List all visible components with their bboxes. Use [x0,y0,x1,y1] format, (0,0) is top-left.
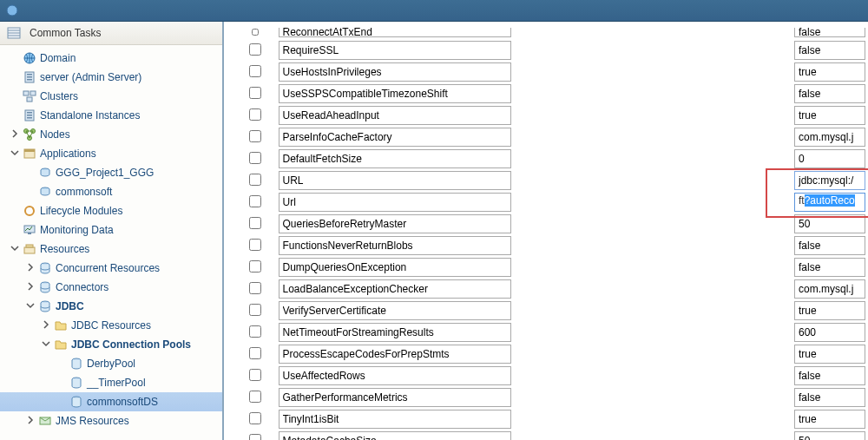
nav-item[interactable]: Nodes [0,125,222,144]
tree-toggle-icon[interactable] [10,244,21,254]
nav-item-label: Applications [40,148,96,160]
tree-toggle-icon[interactable] [10,148,21,159]
property-select-checkbox[interactable] [249,108,261,121]
property-select-checkbox[interactable] [249,304,261,316]
property-value-input[interactable] [794,431,865,440]
nav-item[interactable]: JDBC Resources [0,316,222,335]
property-select-checkbox[interactable] [249,130,261,142]
property-select-checkbox[interactable] [249,434,261,441]
property-value-input[interactable] [794,128,865,147]
property-value-input[interactable] [794,84,865,103]
property-value-input[interactable] [794,106,865,125]
nav-item[interactable]: Applications [0,144,222,163]
nav-item[interactable]: JDBC [0,297,222,316]
property-name-input[interactable] [279,128,511,147]
tree-toggle-icon[interactable] [42,339,52,350]
property-name-input[interactable] [279,171,511,190]
nav-item[interactable]: Resources [0,240,222,259]
property-select-checkbox[interactable] [249,391,261,403]
property-select-checkbox[interactable] [249,29,261,36]
property-name-input[interactable] [279,388,511,407]
property-value-input[interactable] [794,410,865,429]
tree-toggle-icon[interactable] [10,129,21,140]
tasks-icon [7,26,21,40]
property-value-input[interactable] [794,149,865,168]
nav-item[interactable]: Lifecycle Modules [0,201,222,220]
nav-item[interactable]: Concurrent Resources [0,259,222,278]
property-select-checkbox[interactable] [249,217,261,229]
nav-item[interactable]: JMS Resources [0,411,222,430]
property-value-input[interactable]: ft?autoReco [794,193,865,212]
tree-toggle-icon[interactable] [26,282,36,292]
property-select-checkbox[interactable] [249,43,261,56]
property-name-input[interactable] [279,193,511,212]
nav-item[interactable]: GGG_Project1_GGG [0,163,222,182]
nav-item[interactable]: JDBC Connection Pools [0,335,222,354]
property-name-input[interactable] [279,106,511,125]
property-value-input[interactable] [794,388,865,407]
property-value-input[interactable] [794,41,865,60]
nav-item-label: Nodes [40,128,70,141]
property-name-input[interactable] [279,366,511,385]
property-select-checkbox[interactable] [249,412,261,424]
property-select-checkbox[interactable] [249,239,261,251]
nav-item[interactable]: Clusters [0,87,222,106]
property-select-checkbox[interactable] [249,347,261,359]
tree-toggle-icon[interactable] [26,263,36,273]
nav-item[interactable]: Connectors [0,278,222,297]
property-name-input[interactable] [279,149,511,168]
property-name-input[interactable] [279,431,511,440]
nav-item[interactable]: Domain [0,49,222,68]
nav-item[interactable]: DerbyPool [0,354,222,373]
pool-icon [69,357,83,371]
property-value-input[interactable] [794,214,865,233]
property-name-input[interactable] [279,410,511,429]
nav-item[interactable]: commonsoft [0,182,222,201]
property-select-checkbox[interactable] [249,65,261,77]
svg-rect-15 [27,115,32,116]
main-panel[interactable]: ft?autoReco [224,22,868,440]
property-select-checkbox[interactable] [249,174,261,186]
property-value-input[interactable] [794,345,865,364]
nav-item[interactable]: Monitoring Data [0,220,222,240]
svg-rect-27 [24,247,35,253]
property-name-input[interactable] [279,323,511,342]
property-name-input[interactable] [279,84,511,103]
property-value-input[interactable] [794,258,865,277]
property-value-input[interactable] [794,279,865,299]
nav-item[interactable]: __TimerPool [0,373,222,392]
property-name-input[interactable] [279,28,511,37]
tree-toggle-icon[interactable] [42,320,52,331]
nav-item[interactable]: server (Admin Server) [0,68,222,87]
property-value-input[interactable] [794,28,865,37]
property-value-input[interactable] [794,366,865,385]
lifecycle-icon [23,204,36,218]
property-select-checkbox[interactable] [249,369,261,381]
property-select-checkbox[interactable] [249,325,261,338]
nav-item[interactable]: Standalone Instances [0,106,222,125]
property-select-checkbox[interactable] [249,195,261,207]
property-value-input[interactable] [794,323,865,342]
property-row [234,301,868,320]
property-value-input[interactable] [794,301,865,320]
property-value-input[interactable] [794,62,865,82]
property-name-input[interactable] [279,236,511,255]
property-name-input[interactable] [279,214,511,233]
tree-toggle-icon[interactable] [26,301,36,312]
property-name-input[interactable] [279,301,511,320]
svg-rect-16 [27,117,32,119]
property-name-input[interactable] [279,62,511,82]
property-select-checkbox[interactable] [249,87,261,99]
nav-tree: Domainserver (Admin Server)ClustersStand… [0,45,222,440]
tree-toggle-icon[interactable] [26,416,36,426]
property-select-checkbox[interactable] [249,282,261,294]
property-name-input[interactable] [279,279,511,299]
property-name-input[interactable] [279,41,511,60]
property-select-checkbox[interactable] [249,260,261,273]
property-value-input[interactable] [794,236,865,255]
property-name-input[interactable] [279,345,511,364]
property-value-input[interactable] [794,171,865,190]
property-name-input[interactable] [279,258,511,277]
property-select-checkbox[interactable] [249,152,261,164]
nav-item[interactable]: commonsoftDS [0,392,222,411]
